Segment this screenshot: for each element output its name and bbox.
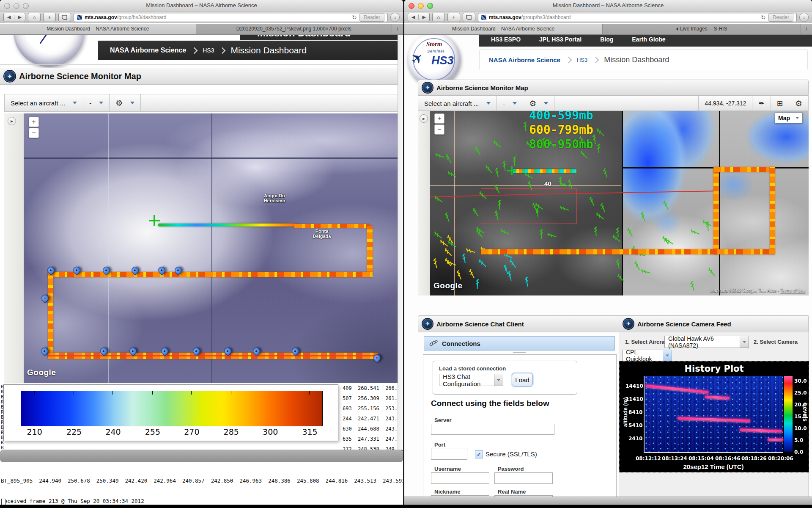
nav-blog[interactable]: Blog xyxy=(600,36,613,43)
zoom-window-icon[interactable] xyxy=(23,3,29,9)
breadcrumb-hs3[interactable]: HS3 xyxy=(577,57,587,63)
downloads-button[interactable]: ↓ xyxy=(390,13,400,22)
connections-bar[interactable]: Connections xyxy=(424,336,615,351)
terms-of-use-link[interactable]: Terms of Use xyxy=(780,288,805,293)
minimize-window-icon[interactable] xyxy=(14,3,19,9)
url-host: mts.nasa.gov xyxy=(489,14,521,20)
address-bar[interactable]: mts.nasa.gov/group/hs3/dashboard ↻ Reade… xyxy=(478,13,797,22)
breadcrumb-root[interactable]: NASA Airborne Science xyxy=(110,47,186,54)
select-camera-label: 2. Select Camera xyxy=(754,339,798,345)
load-button[interactable]: Load xyxy=(512,373,533,387)
flight-track xyxy=(713,167,775,172)
home-button[interactable]: ⌂ xyxy=(28,13,41,22)
right-browser-toolbar: ◀▶ ⌂ + mts.nasa.gov/group/hs3/dashboard … xyxy=(404,11,812,23)
hurricane-map[interactable]: Angra Do Heroismo Ponta Delgada + − Goog… xyxy=(24,113,398,383)
reload-icon[interactable]: ↻ xyxy=(352,14,357,21)
backscatter-trace xyxy=(645,384,709,394)
back-forward-buttons[interactable]: ◀▶ xyxy=(3,13,25,22)
breadcrumb: NASA Airborne Science HS3 Mission Dashbo… xyxy=(98,41,403,60)
aircraft-combo[interactable]: Global Hawk AV6 (NASA872) xyxy=(664,336,749,348)
close-window-icon[interactable] xyxy=(4,3,10,9)
hs3-logo[interactable]: Storm Sentinel HS3 ✈ xyxy=(408,35,460,86)
x-tick: 08:13:24 xyxy=(662,456,687,461)
close-window-icon[interactable] xyxy=(409,3,414,9)
terminal-line-tail: 635 247.331 247.786 xyxy=(343,436,403,442)
password-input[interactable] xyxy=(494,472,553,484)
draw-tool-button[interactable]: ✒ xyxy=(752,96,771,110)
downloads-button[interactable]: ↓ xyxy=(799,13,809,22)
reader-button[interactable]: Reader xyxy=(768,13,793,22)
map-settings-menu[interactable]: ⚙ xyxy=(523,96,554,110)
layer-select[interactable]: - xyxy=(497,96,523,110)
aircraft-select[interactable]: Select an aircraft ... xyxy=(418,96,497,110)
camera-combo[interactable]: CPL Quicklook xyxy=(622,350,672,361)
expand-panel-button[interactable]: ▶ xyxy=(420,114,428,123)
nav-jpl-portal[interactable]: JPL HS3 Portal xyxy=(539,36,582,43)
new-tab-button[interactable]: + xyxy=(447,13,460,22)
breadcrumb-hs3[interactable]: HS3 xyxy=(203,47,214,54)
horizontal-scrollbar[interactable] xyxy=(0,450,403,462)
zoom-in-button[interactable]: + xyxy=(29,117,39,127)
address-bar[interactable]: mts.nasa.gov/group/hs3/dashboard ↻ Reade… xyxy=(74,13,388,22)
port-input[interactable] xyxy=(431,448,467,460)
settings-button[interactable]: ⚙ xyxy=(789,96,808,110)
check-icon: ✓ xyxy=(477,452,481,457)
nav-earth-globe[interactable]: Earth Globe xyxy=(632,36,665,43)
tab-mission-dashboard[interactable]: Mission Dashboard – NASA Airborne Scienc… xyxy=(0,24,196,34)
right-titlebar[interactable]: Mission Dashboard – NASA Airborne Scienc… xyxy=(404,0,812,11)
username-label: Username xyxy=(434,466,461,472)
reader-button[interactable]: Reader xyxy=(359,13,384,22)
flight-track xyxy=(48,272,53,356)
new-tab-button[interactable]: + xyxy=(43,13,56,22)
partial-logo xyxy=(14,35,85,67)
breadcrumb-root[interactable]: NASA Airborne Science xyxy=(489,56,560,64)
page-curl-icon[interactable] xyxy=(58,13,71,22)
terminal-output: BT_895_905 244.940 250.678 250.349 242.4… xyxy=(1,464,403,505)
window-bottom-bar xyxy=(404,497,812,505)
secure-checkbox[interactable]: ✓ xyxy=(475,450,483,458)
zoom-window-icon[interactable] xyxy=(427,3,433,9)
window-controls[interactable] xyxy=(409,3,433,9)
google-logo[interactable]: Google xyxy=(27,368,56,377)
minimize-window-icon[interactable] xyxy=(418,3,424,9)
page-curl-icon[interactable] xyxy=(463,13,475,22)
stored-connection-select[interactable]: HS3 Chat Configuration xyxy=(439,374,503,386)
map-type-button[interactable]: Map xyxy=(775,113,803,123)
google-logo[interactable]: Google xyxy=(433,281,462,290)
cbar-tick: 5.0 xyxy=(794,437,803,443)
server-input[interactable] xyxy=(431,424,554,435)
zoom-out-button[interactable]: − xyxy=(29,128,39,138)
layer-select[interactable]: - xyxy=(83,94,110,111)
nav-hs3-espo[interactable]: HS3 ESPO xyxy=(491,36,521,43)
vertical-scrollbar[interactable] xyxy=(398,35,403,450)
chevron-down-icon xyxy=(796,117,799,119)
map-settings-menu[interactable]: ⚙ xyxy=(110,94,141,111)
monitor-map-header: ✈ Airborne Science Monitor Map xyxy=(418,80,809,96)
username-input[interactable] xyxy=(431,472,489,484)
aircraft-select[interactable]: Select an aircraft ... xyxy=(5,94,83,111)
add-tab-button[interactable]: + xyxy=(392,24,403,34)
add-tab-button[interactable]: + xyxy=(801,24,812,34)
chevron-down-icon xyxy=(73,102,77,104)
grid-view-button[interactable]: ⊞ xyxy=(771,96,789,110)
grid-line xyxy=(211,113,212,383)
splitter-handle[interactable] xyxy=(424,351,615,354)
zoom-out-button[interactable]: − xyxy=(434,124,444,135)
tab-skewt-image[interactable]: D20120920_035752_Pskewt.png 1,000×700 pi… xyxy=(196,24,392,34)
zoom-in-button[interactable]: + xyxy=(434,113,444,124)
tab-live-images[interactable]: ♦ Live Images -- S-HIS xyxy=(603,24,801,34)
tab-mission-dashboard[interactable]: Mission Dashboard – NASA Airborne Scienc… xyxy=(404,24,603,34)
reload-icon[interactable]: ↻ xyxy=(761,14,766,21)
expand-panel-button[interactable]: ▶ xyxy=(8,117,16,125)
secure-label[interactable]: Secure (SSL/TLS) xyxy=(486,450,537,458)
weather-map[interactable]: 40 400-599mb 600-799mb 800-950mb xyxy=(430,111,809,295)
left-browser-window: Mission Dashboard – NASA Airborne Scienc… xyxy=(0,0,403,505)
home-button[interactable]: ⌂ xyxy=(432,13,445,22)
chevron-right-icon xyxy=(191,47,198,54)
breadcrumb-current: Mission Dashboard xyxy=(604,55,669,64)
left-titlebar[interactable]: Mission Dashboard – NASA Airborne Scienc… xyxy=(0,0,403,11)
gear-icon: ⚙ xyxy=(529,99,536,108)
gear-icon: ⚙ xyxy=(115,98,123,108)
window-controls[interactable] xyxy=(4,3,29,9)
back-forward-buttons[interactable]: ◀▶ xyxy=(408,13,430,22)
